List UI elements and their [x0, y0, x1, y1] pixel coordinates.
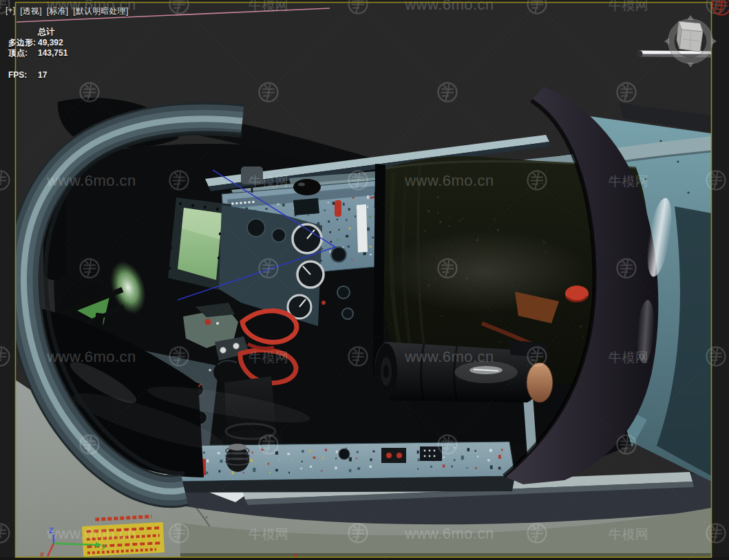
outside-viewport-left	[0, 0, 15, 560]
stats-total-label: 总计	[38, 26, 54, 38]
stats-polygons-value: 49,392	[38, 38, 63, 47]
stats-fps-row: FPS:17	[8, 70, 47, 80]
stats-vertices-label: 顶点:	[8, 47, 38, 59]
svg-text:www.6mo.cn: www.6mo.cn	[46, 172, 136, 189]
viewport-label: [+] [透视] [标准] [默认明暗处理]	[6, 6, 129, 17]
outside-viewport-right	[712, 0, 729, 560]
svg-text:牛模网: 牛模网	[249, 174, 289, 189]
stats-fps-value: 17	[38, 70, 47, 80]
max-viewport-screenshot: www.6mo.cn牛模网www.6mo.cn牛模网www.6mo.cn牛模网w…	[0, 0, 729, 560]
scope-eyepiece	[527, 363, 553, 402]
stats-vertices-row: 顶点:143,751	[8, 47, 67, 59]
viewport-menu-pov[interactable]: [透视]	[20, 6, 41, 17]
svg-text:牛模网: 牛模网	[249, 527, 289, 541]
viewport-menu-standard[interactable]: [标准]	[47, 6, 68, 17]
svg-text:牛模网: 牛模网	[609, 527, 649, 541]
svg-text:www.6mo.cn: www.6mo.cn	[404, 348, 494, 365]
svg-text:www.6mo.cn: www.6mo.cn	[404, 172, 494, 189]
svg-text:www.6mo.cn: www.6mo.cn	[404, 525, 494, 542]
view-cube-cube[interactable]	[677, 21, 703, 52]
x-axis-label: x	[39, 550, 45, 558]
scene-render	[15, 2, 713, 557]
svg-text:www.6mo.cn: www.6mo.cn	[46, 348, 136, 365]
svg-text:牛模网: 牛模网	[609, 174, 649, 189]
viewport-menu-general[interactable]: [+]	[6, 6, 15, 17]
stats-vertices-value: 143,751	[38, 48, 67, 58]
stats-fps-label: FPS:	[8, 70, 38, 80]
y-axis-label: y	[101, 541, 107, 550]
svg-text:牛模网: 牛模网	[609, 350, 649, 365]
red-switch-cover	[335, 200, 341, 217]
svg-text:牛模网: 牛模网	[249, 350, 289, 365]
viewport-menu-shading[interactable]: [默认明暗处理]	[73, 6, 128, 17]
viewport-3d-scene[interactable]: www.6mo.cn牛模网www.6mo.cn牛模网www.6mo.cn牛模网w…	[0, 0, 729, 560]
coil-cylinder	[226, 444, 249, 472]
compass-ball	[293, 179, 321, 195]
svg-text:www.6mo.cn: www.6mo.cn	[46, 525, 136, 542]
z-axis-label: Z	[49, 526, 54, 535]
